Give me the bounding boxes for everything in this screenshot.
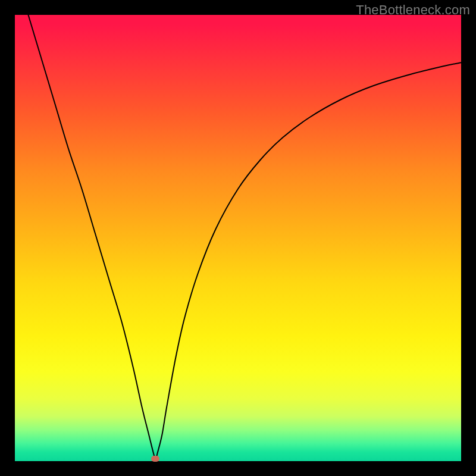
bottleneck-curve [29, 15, 462, 459]
optimum-marker [151, 456, 159, 462]
attribution-text: TheBottleneck.com [356, 2, 470, 18]
chart-stage: TheBottleneck.com [0, 0, 476, 476]
curve-svg [15, 15, 461, 461]
